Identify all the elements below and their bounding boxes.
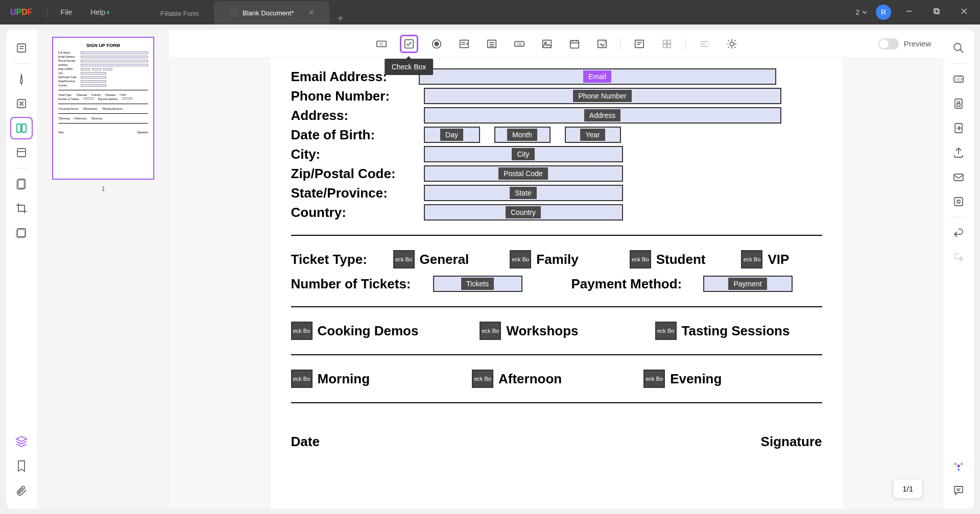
svg-rect-33 bbox=[542, 40, 551, 47]
checkbox-student[interactable]: eck Bo bbox=[630, 250, 651, 268]
export-button[interactable] bbox=[947, 117, 970, 139]
field-payment[interactable]: Payment bbox=[703, 276, 793, 292]
menu-help[interactable]: Help bbox=[81, 8, 114, 16]
tab-close-button[interactable]: × bbox=[309, 8, 314, 17]
checkbox-family[interactable]: eck Bo bbox=[510, 250, 531, 268]
field-address[interactable]: Address bbox=[424, 107, 781, 124]
divider bbox=[14, 63, 29, 64]
svg-point-63 bbox=[961, 463, 963, 465]
label-general: General bbox=[420, 252, 469, 267]
checkbox-morning[interactable]: eck Bo bbox=[291, 370, 313, 388]
checkbox-tasting[interactable]: eck Bo bbox=[655, 322, 677, 340]
settings-tool[interactable] bbox=[723, 35, 741, 53]
field-zip[interactable]: Postal Code bbox=[424, 165, 623, 182]
document-page: Email Address:Email Phone Number:Phone N… bbox=[271, 58, 843, 509]
compress-tool[interactable] bbox=[10, 173, 33, 195]
page-thumbnail-1[interactable]: SIGN UP FORM Full Name: Email Address: P… bbox=[52, 37, 154, 180]
svg-rect-13 bbox=[17, 149, 26, 157]
field-day[interactable]: Day bbox=[424, 127, 480, 143]
search-button[interactable] bbox=[947, 37, 970, 59]
maximize-button[interactable] bbox=[927, 4, 946, 21]
checkbox-workshops[interactable]: eck Bo bbox=[480, 322, 501, 340]
user-avatar[interactable]: R bbox=[876, 5, 891, 20]
label-tasting: Tasting Sessions bbox=[682, 323, 790, 339]
svg-rect-56 bbox=[957, 104, 960, 106]
date-tool[interactable] bbox=[565, 35, 584, 53]
email-button[interactable] bbox=[947, 166, 970, 188]
checkbox-general[interactable]: eck Bo bbox=[393, 250, 415, 268]
checkbox-afternoon[interactable]: eck Bo bbox=[472, 370, 493, 388]
redact-tool[interactable] bbox=[10, 222, 33, 244]
text-field-tool[interactable]: T| bbox=[372, 35, 391, 53]
field-tickets[interactable]: Tickets bbox=[433, 276, 522, 292]
svg-point-64 bbox=[958, 469, 960, 471]
svg-point-51 bbox=[954, 43, 961, 51]
preview-toggle[interactable]: Preview bbox=[878, 38, 931, 50]
organize-tool[interactable] bbox=[10, 141, 33, 164]
menu-file[interactable]: File bbox=[52, 8, 82, 16]
align-tool[interactable] bbox=[695, 35, 713, 53]
thumbnail-page-number: 1 bbox=[101, 185, 105, 192]
titlebar-right: 2 R bbox=[855, 4, 980, 21]
tab-blank-document[interactable]: Blank Document* × bbox=[214, 1, 329, 25]
paragraph-tool[interactable] bbox=[630, 35, 649, 53]
attachment-button[interactable] bbox=[10, 479, 33, 502]
field-city[interactable]: City bbox=[424, 146, 623, 162]
label-morning: Morning bbox=[318, 371, 370, 387]
field-email[interactable]: Email bbox=[419, 68, 776, 85]
share-button[interactable] bbox=[947, 141, 970, 164]
field-year[interactable]: Year bbox=[565, 127, 621, 143]
right-sidebar: OCR bbox=[943, 30, 974, 509]
edit-tool[interactable] bbox=[10, 92, 33, 115]
comment-button[interactable] bbox=[947, 479, 970, 502]
label-city: City: bbox=[291, 146, 424, 162]
ocr-button[interactable]: OCR bbox=[947, 68, 970, 90]
close-window-button[interactable] bbox=[954, 4, 974, 21]
thumb-title: SIGN UP FORM bbox=[58, 43, 148, 48]
checkbox-vip[interactable]: eck Bo bbox=[741, 250, 762, 268]
label-date: Date bbox=[291, 434, 320, 450]
dropdown-tool[interactable] bbox=[455, 35, 473, 53]
svg-point-61 bbox=[957, 464, 960, 468]
checkbox-cooking[interactable]: eck Bo bbox=[291, 322, 313, 340]
label-workshops: Workshops bbox=[506, 323, 578, 339]
svg-rect-7 bbox=[17, 44, 26, 52]
annotate-tool[interactable] bbox=[10, 68, 33, 90]
divider bbox=[291, 402, 822, 403]
svg-point-60 bbox=[957, 200, 960, 203]
list-box-tool[interactable] bbox=[483, 35, 501, 53]
field-month[interactable]: Month bbox=[494, 127, 551, 143]
minimize-button[interactable] bbox=[899, 4, 919, 21]
svg-rect-44 bbox=[667, 40, 670, 43]
image-tool[interactable] bbox=[538, 35, 556, 53]
table-tool[interactable] bbox=[658, 35, 676, 53]
tab-add-button[interactable]: + bbox=[329, 13, 352, 25]
form-toolbar: T| Check Box OK Preview bbox=[170, 30, 943, 58]
layers-button[interactable] bbox=[10, 430, 33, 453]
radio-button-tool[interactable] bbox=[427, 35, 446, 53]
form-tool[interactable] bbox=[10, 117, 33, 139]
main-area: T| Check Box OK Preview bbox=[170, 30, 943, 509]
checkbox-tool[interactable]: Check Box bbox=[400, 35, 418, 53]
protect-button[interactable] bbox=[947, 92, 970, 115]
cloud-button[interactable] bbox=[947, 190, 970, 213]
redo-button[interactable] bbox=[947, 246, 970, 268]
field-country[interactable]: Country bbox=[424, 204, 623, 221]
bookmark-button[interactable] bbox=[10, 455, 33, 477]
app-logo: UPDF bbox=[0, 8, 43, 17]
crop-tool[interactable] bbox=[10, 197, 33, 219]
field-phone[interactable]: Phone Number bbox=[424, 88, 781, 104]
label-dob: Date of Birth: bbox=[291, 127, 424, 143]
button-tool[interactable]: OK bbox=[510, 35, 529, 53]
field-state[interactable]: State bbox=[424, 185, 623, 201]
toggle-switch[interactable] bbox=[878, 38, 899, 50]
signature-tool[interactable] bbox=[593, 35, 611, 53]
tab-fillable-form[interactable]: Fillable Form bbox=[145, 3, 214, 25]
reader-tool[interactable] bbox=[10, 37, 33, 59]
ai-button[interactable] bbox=[947, 455, 970, 477]
checkbox-evening[interactable]: eck Bo bbox=[643, 370, 665, 388]
undo-button[interactable] bbox=[947, 222, 970, 244]
tab-count[interactable]: 2 bbox=[855, 8, 868, 16]
canvas[interactable]: Email Address:Email Phone Number:Phone N… bbox=[170, 58, 943, 509]
label-zip: Zip/Postal Code: bbox=[291, 166, 424, 182]
